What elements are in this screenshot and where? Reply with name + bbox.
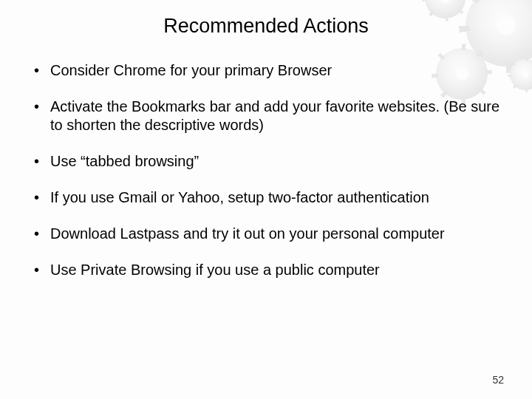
list-item: Use “tabbed browsing” <box>34 152 511 171</box>
list-item: If you use Gmail or Yahoo, setup two-fac… <box>34 188 511 207</box>
bullet-list: Consider Chrome for your primary Browser… <box>21 61 511 279</box>
list-item: Consider Chrome for your primary Browser <box>34 61 511 80</box>
slide-title: Recommended Actions <box>21 15 511 38</box>
page-number: 52 <box>492 374 504 386</box>
slide: Recommended Actions Consider Chrome for … <box>0 0 532 399</box>
list-item: Download Lastpass and try it out on your… <box>34 225 511 243</box>
list-item: Activate the Bookmarks bar and add your … <box>34 98 511 134</box>
list-item: Use Private Browsing if you use a public… <box>34 261 511 279</box>
gear-icon <box>510 59 532 90</box>
